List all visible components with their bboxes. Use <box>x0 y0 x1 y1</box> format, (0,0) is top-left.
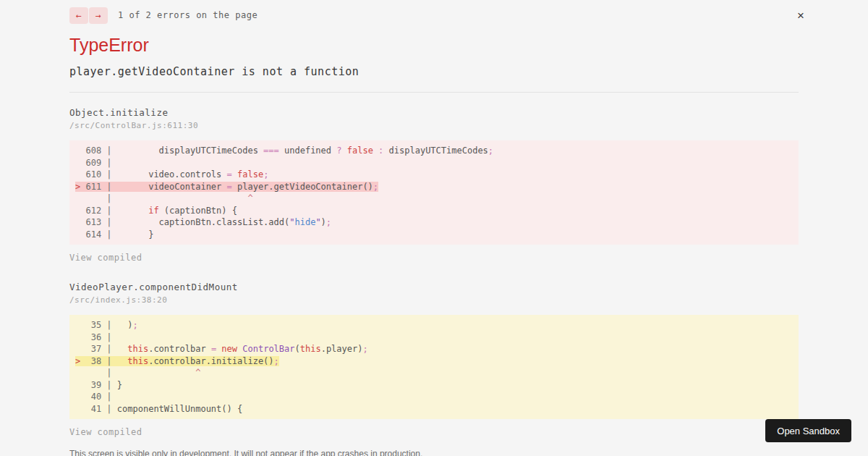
footer-note: This screen is visible only in developme… <box>69 448 799 456</box>
stack-frame-location: /src/ControlBar.js:611:30 <box>69 121 799 130</box>
overlay-footer: This screen is visible only in developme… <box>69 448 799 456</box>
stack-frame: VideoPlayer.componentDidMount /src/index… <box>69 282 799 437</box>
error-navigation: ← → 1 of 2 errors on the page <box>69 7 258 24</box>
stack-frame-location: /src/index.js:38:20 <box>69 295 799 305</box>
view-compiled-button[interactable]: View compiled <box>69 427 142 437</box>
stack-frame-function: VideoPlayer.componentDidMount <box>69 282 799 292</box>
overlay-topbar: ← → 1 of 2 errors on the page × <box>69 6 799 25</box>
stack-frame-function: Object.initialize <box>69 107 799 118</box>
view-compiled-button[interactable]: View compiled <box>69 253 142 263</box>
stack-frame-header[interactable]: Object.initialize /src/ControlBar.js:611… <box>69 107 799 130</box>
divider <box>69 92 799 93</box>
stack-frame-header[interactable]: VideoPlayer.componentDidMount /src/index… <box>69 282 799 305</box>
open-sandbox-button[interactable]: Open Sandbox <box>765 419 851 442</box>
error-counter: 1 of 2 errors on the page <box>118 10 258 20</box>
code-snippet: 608 | displayUTCTimeCodes === undefined … <box>69 140 799 245</box>
error-message: player.getVideoContainer is not a functi… <box>69 65 799 78</box>
next-error-button[interactable]: → <box>89 7 108 24</box>
close-icon[interactable]: × <box>793 8 809 23</box>
error-overlay: ← → 1 of 2 errors on the page × TypeErro… <box>0 0 868 456</box>
error-type-heading: TypeError <box>69 35 799 56</box>
code-snippet: 35 | ); 36 | 37 | this.controlbar = new … <box>69 315 799 419</box>
stack-frame: Object.initialize /src/ControlBar.js:611… <box>69 107 799 263</box>
previous-error-button[interactable]: ← <box>69 7 88 24</box>
